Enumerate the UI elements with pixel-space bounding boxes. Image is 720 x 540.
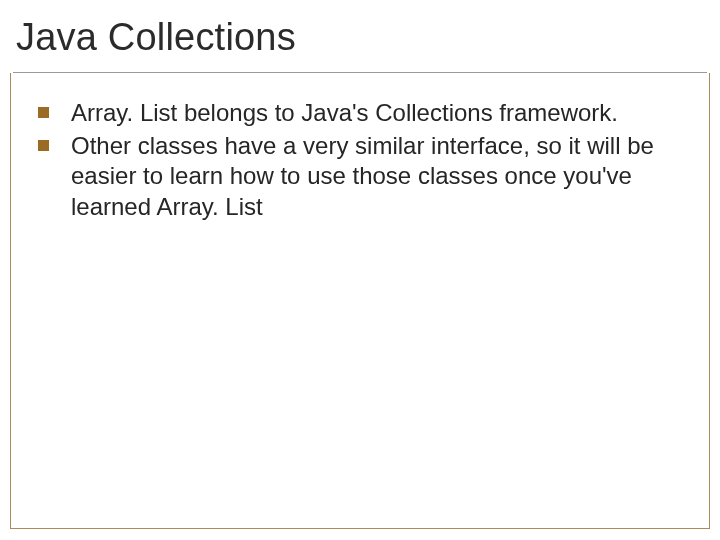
bullet-square-icon bbox=[38, 107, 49, 118]
title-area: Java Collections bbox=[0, 0, 720, 73]
slide: Java Collections Array. List belongs to … bbox=[0, 0, 720, 540]
list-item: Other classes have a very similar interf… bbox=[38, 131, 682, 223]
slide-border bbox=[10, 11, 710, 529]
bullet-square-icon bbox=[38, 140, 49, 151]
title-underline bbox=[13, 72, 707, 73]
bullet-text: Array. List belongs to Java's Collection… bbox=[71, 98, 618, 129]
bullet-text: Other classes have a very similar interf… bbox=[71, 131, 682, 223]
slide-title: Java Collections bbox=[16, 16, 704, 59]
slide-body: Array. List belongs to Java's Collection… bbox=[38, 98, 682, 225]
list-item: Array. List belongs to Java's Collection… bbox=[38, 98, 682, 129]
